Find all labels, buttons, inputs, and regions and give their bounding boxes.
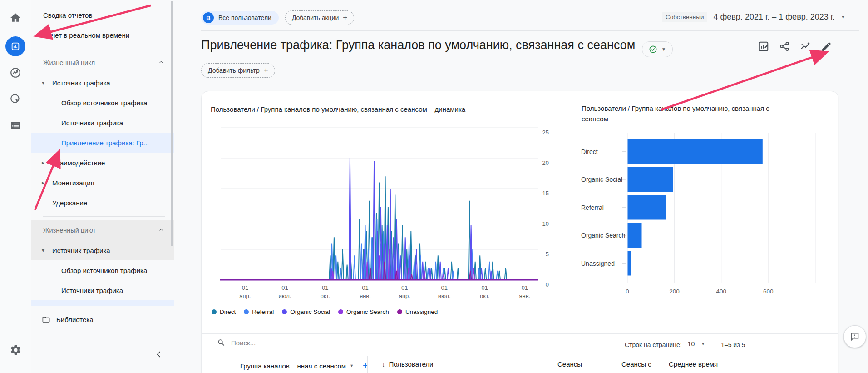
reports-active-circle xyxy=(5,36,25,56)
sidebar-divider xyxy=(43,216,165,217)
sidebar-section-header[interactable]: Жизненный цикл xyxy=(31,53,174,73)
svg-text:400: 400 xyxy=(716,288,727,295)
date-range-selector[interactable]: Собственный 4 февр. 2021 г. – 1 февр. 20… xyxy=(662,12,845,22)
check-circle-icon xyxy=(649,45,657,54)
advertising-button[interactable] xyxy=(0,88,31,110)
svg-text:окт.: окт. xyxy=(321,293,330,299)
collapse-sidebar-button[interactable] xyxy=(153,348,165,361)
sidebar-section-header[interactable]: Жизненный цикл xyxy=(31,220,174,240)
svg-text:01: 01 xyxy=(401,284,408,291)
rows-per-page-label: Строк на странице: xyxy=(625,341,682,348)
sidebar-item-label: Библиотека xyxy=(56,316,94,323)
users-column-header[interactable]: ↓ Пользователи xyxy=(382,360,433,368)
legend-item: Organic Search xyxy=(338,308,389,315)
card-divider xyxy=(202,333,838,334)
sidebar-item[interactable]: Обзор источников трафика xyxy=(31,93,174,113)
line-chart[interactable]: 252015105001апр.01июл.01окт.01янв.01апр.… xyxy=(211,117,556,308)
sidebar-item[interactable]: ▸Монетизация xyxy=(31,173,174,193)
bar-chart-title: Пользователи / Группа каналов по умолчан… xyxy=(582,103,795,124)
svg-text:25: 25 xyxy=(542,129,549,136)
advertising-icon xyxy=(10,93,21,105)
bar-chart[interactable]: 0200400600DirectOrganic SocialReferralOr… xyxy=(575,130,838,296)
sidebar-item[interactable]: ▸Взаимодействие xyxy=(31,153,174,173)
caret-right-icon: ▸ xyxy=(38,179,49,186)
search-input[interactable] xyxy=(230,338,513,347)
rows-per-page-value: 10 xyxy=(688,340,695,348)
svg-text:01: 01 xyxy=(242,284,248,291)
sidebar-scrollbar[interactable] xyxy=(171,1,173,246)
line-chart-title: Пользователи / Группа каналов по умолчан… xyxy=(211,105,538,113)
chevron-left-icon xyxy=(154,350,163,359)
legend-dot xyxy=(282,309,287,314)
caret-down-icon: ▼ xyxy=(661,47,666,52)
sidebar-item[interactable]: Сводка отчетов xyxy=(31,5,174,25)
library-rail-button[interactable] xyxy=(0,114,31,136)
comparison-avatar: В xyxy=(203,12,214,23)
legend-label: Organic Social xyxy=(290,308,330,315)
svg-text:апр.: апр. xyxy=(239,293,251,299)
svg-text:01: 01 xyxy=(481,284,488,291)
sidebar-item[interactable]: Источники трафика xyxy=(31,113,174,133)
sidebar-item[interactable]: ▾Источник трафика xyxy=(31,240,174,260)
home-button[interactable] xyxy=(0,7,31,29)
table-search xyxy=(217,338,513,347)
customize-report-button[interactable] xyxy=(757,40,770,53)
caret-down-icon: ▾ xyxy=(38,80,49,86)
feedback-button[interactable] xyxy=(843,325,866,348)
svg-text:апр.: апр. xyxy=(399,293,410,299)
engaged-sessions-column-header[interactable]: Сеансы с xyxy=(621,360,651,368)
rows-per-page-select[interactable]: 10 ▼ xyxy=(686,339,707,350)
comparison-label: Все пользователи xyxy=(218,14,271,21)
sidebar-item-selected[interactable]: Привлечение трафика: Гр... xyxy=(31,133,174,153)
add-filter-button[interactable]: Добавить фильтр + xyxy=(201,63,275,78)
insights-button[interactable] xyxy=(799,40,812,53)
svg-text:Organic Search: Organic Search xyxy=(581,232,625,239)
svg-text:5: 5 xyxy=(546,251,549,258)
sidebar-item[interactable]: Обзор источников трафика xyxy=(31,260,174,280)
reports-sidebar: Сводка отчетовОтчет в реальном времениЖи… xyxy=(31,0,174,373)
sidebar-item-label: Взаимодействие xyxy=(52,159,105,167)
sessions-column-header[interactable]: Сеансы xyxy=(557,360,582,368)
avg-time-column-header[interactable]: Среднее время xyxy=(669,360,718,368)
admin-button[interactable] xyxy=(0,339,31,361)
explore-button[interactable] xyxy=(0,62,31,84)
legend-dot xyxy=(338,309,343,314)
caret-down-icon: ▼ xyxy=(701,342,705,346)
reports-button[interactable] xyxy=(0,35,31,57)
dimension-column-header[interactable]: Группа каналов ...нная с сеансом ▼ + xyxy=(240,360,368,371)
svg-text:01: 01 xyxy=(362,284,368,291)
svg-text:Referral: Referral xyxy=(581,204,604,211)
sidebar-item-label: Монетизация xyxy=(52,179,94,187)
report-status-badge[interactable]: ▼ xyxy=(642,41,673,57)
legend-dot xyxy=(397,309,402,314)
sidebar-item[interactable]: Источники трафика xyxy=(31,280,174,300)
add-comparison-button[interactable]: Добавить акции + xyxy=(285,10,354,25)
edit-report-button[interactable] xyxy=(820,40,833,53)
caret-down-icon: ▼ xyxy=(350,363,354,368)
customize-report-icon xyxy=(758,40,769,52)
legend-label: Organic Search xyxy=(346,308,389,315)
svg-text:янв.: янв. xyxy=(519,293,531,299)
svg-text:окт.: окт. xyxy=(480,293,489,299)
partially-scrolled-selected-item xyxy=(31,300,174,306)
svg-text:01: 01 xyxy=(281,284,288,291)
all-users-comparison-pill[interactable]: В Все пользователи xyxy=(201,11,279,25)
home-icon xyxy=(10,12,21,24)
svg-text:01: 01 xyxy=(322,284,328,291)
svg-text:янв.: янв. xyxy=(360,293,371,299)
svg-text:Direct: Direct xyxy=(581,148,598,155)
sidebar-item[interactable]: Удержание xyxy=(31,193,174,213)
svg-text:июл.: июл. xyxy=(438,293,451,299)
sidebar-item[interactable]: Отчет в реальном времени xyxy=(31,25,174,45)
svg-text:200: 200 xyxy=(669,288,680,295)
sidebar-item-label: Источник трафика xyxy=(52,79,110,87)
sidebar-item[interactable]: ▾Источник трафика xyxy=(31,73,174,93)
plus-icon: + xyxy=(343,13,347,22)
svg-text:600: 600 xyxy=(763,288,774,295)
insights-icon xyxy=(799,40,811,52)
page-title: Привлечение трафика: Группа каналов по у… xyxy=(201,38,635,52)
share-button[interactable] xyxy=(778,40,791,53)
dimension-column-label: Группа каналов ...нная с сеансом xyxy=(240,362,346,370)
sidebar-item-library[interactable]: Библиотека xyxy=(31,309,174,329)
feedback-icon xyxy=(850,332,860,342)
